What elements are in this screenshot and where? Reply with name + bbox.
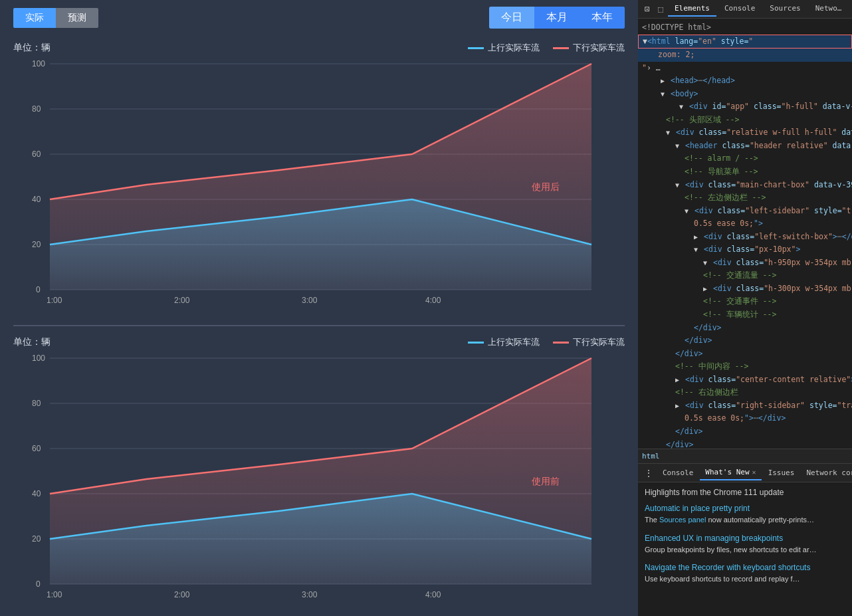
chart-bottom-header: 单位：辆 上行实际车流 下行实际车流 xyxy=(13,336,625,348)
top-bar: 实际 预测 今日 本月 本年 xyxy=(0,7,638,35)
close-div2[interactable]: </div> xyxy=(638,334,852,348)
svg-text:60: 60 xyxy=(32,444,41,453)
elements-content[interactable]: <!DOCTYPE html> ▼<html lang="en" style="… xyxy=(638,19,852,449)
feature-item-1: Automatic in place pretty print The Sour… xyxy=(645,504,845,526)
device-icon[interactable]: ⬚ xyxy=(655,3,667,15)
feature-title-3[interactable]: Navigate the Recorder with keyboard shor… xyxy=(645,563,845,572)
legend-red-top xyxy=(553,47,569,49)
feature-title-2[interactable]: Enhanced UX in managing breakpoints xyxy=(645,534,845,543)
div-relative[interactable]: ▼ <div class="relative w-full h-full" da… xyxy=(638,126,852,140)
tab-network-conditions[interactable]: Network cor… xyxy=(801,466,852,480)
chart-bottom-section: 单位：辆 上行实际车流 下行实际车流 xyxy=(0,330,638,616)
btn-predict[interactable]: 预测 xyxy=(56,8,98,28)
comment-left: <!-- 左边侧边栏 --> xyxy=(638,191,852,205)
btn-group-right: 今日 本月 本年 xyxy=(489,7,625,29)
svg-text:2:00: 2:00 xyxy=(174,296,190,303)
feature-desc-1-source: Sources panel xyxy=(659,516,706,524)
chart-top-header: 单位：辆 上行实际车流 下行实际车流 xyxy=(13,42,625,54)
comment-header: <!-- 头部区域 --> xyxy=(638,114,852,127)
close-whats-new[interactable]: ✕ xyxy=(752,468,756,476)
btn-today[interactable]: 今日 xyxy=(489,7,534,29)
chart-divider xyxy=(13,325,625,326)
svg-text:40: 40 xyxy=(32,195,41,204)
chart-bottom-legend: 上行实际车流 下行实际车流 xyxy=(468,336,625,348)
feature-item-2: Enhanced UX in managing breakpoints Grou… xyxy=(645,534,845,556)
svg-text:4:00: 4:00 xyxy=(425,590,441,597)
feature-desc-2: Group breakpoints by files, new shortcut… xyxy=(645,544,845,556)
tab-issues[interactable]: Issues xyxy=(763,466,800,480)
whats-new-content: Highlights from the Chrome 111 update Au… xyxy=(638,482,852,616)
chart-top-section: 单位：辆 上行实际车流 下行实际车流 xyxy=(0,35,638,322)
close-quote[interactable]: "› … xyxy=(638,62,852,75)
svg-text:20: 20 xyxy=(32,534,41,544)
doctype-line[interactable]: <!DOCTYPE html> xyxy=(638,21,852,35)
legend-blue-bottom xyxy=(468,342,484,344)
div-main-chart[interactable]: ▼ <div class="main-chart-box" data-v-393… xyxy=(638,179,852,192)
chart-bottom-svg-wrapper: 100 80 60 40 20 0 1:00 2:00 xyxy=(13,352,625,600)
chart-bottom-unit: 单位：辆 xyxy=(13,336,51,348)
div-left-switch[interactable]: ▶ <div class="left-switch-box">⋯</di… xyxy=(638,231,852,244)
chart-top-unit: 单位：辆 xyxy=(13,42,51,54)
div-center[interactable]: ▶ <div class="center-content relative">… xyxy=(638,373,852,387)
tab-bottom-console[interactable]: Console xyxy=(657,466,698,480)
div-app-line[interactable]: ▼ <div id="app" class="h-full" data-v-ap… xyxy=(638,100,852,114)
devtools-panel: ⊡ ⬚ Elements Console Sources Netwo… <!DO… xyxy=(638,0,852,616)
svg-text:80: 80 xyxy=(32,399,41,408)
elements-panel: <!DOCTYPE html> ▼<html lang="en" style="… xyxy=(638,19,852,463)
feature-desc-3: Use keyboard shortcuts to record and rep… xyxy=(645,573,845,585)
body-line[interactable]: ▼ <body> xyxy=(638,88,852,101)
svg-text:20: 20 xyxy=(32,240,41,249)
comment-alarm: <!-- alarm / --> xyxy=(638,152,852,165)
svg-text:使用前: 使用前 xyxy=(532,476,560,486)
close-div4[interactable]: </div> xyxy=(638,425,852,439)
svg-text:40: 40 xyxy=(32,489,41,498)
feature-desc-1: The Sources panel now automatically pret… xyxy=(645,514,845,526)
legend-down-top: 下行实际车流 xyxy=(553,42,625,54)
legend-up-top: 上行实际车流 xyxy=(468,42,540,54)
div-left-sidebar[interactable]: ▼ <div class="left-sidebar" style="tran… xyxy=(638,205,852,218)
tab-network[interactable]: Netwo… xyxy=(809,1,849,17)
close-div5[interactable]: </div> xyxy=(638,439,852,449)
close-div1[interactable]: </div> xyxy=(638,322,852,335)
zoom-line[interactable]: zoom: 2; xyxy=(638,49,852,62)
feature-title-1[interactable]: Automatic in place pretty print xyxy=(645,504,845,513)
svg-text:100: 100 xyxy=(32,354,45,363)
svg-text:使用后: 使用后 xyxy=(532,181,560,192)
header-line[interactable]: ▼ <header class="header relative" data-v… xyxy=(638,140,852,153)
svg-text:2:00: 2:00 xyxy=(174,590,190,597)
bottom-tabs: ⋮ Console What's New ✕ Issues Network co… xyxy=(638,464,852,482)
svg-text:4:00: 4:00 xyxy=(425,296,441,303)
svg-text:0: 0 xyxy=(36,285,41,294)
inspect-icon[interactable]: ⊡ xyxy=(641,3,653,15)
btn-year[interactable]: 本年 xyxy=(580,7,625,29)
div-px10[interactable]: ▼ <div class="px-10px"> xyxy=(638,243,852,257)
html-line-highlighted[interactable]: ▼<html lang="en" style=" xyxy=(638,35,852,49)
head-line[interactable]: ▶ <head>⋯</head> xyxy=(638,74,852,88)
btn-actual[interactable]: 实际 xyxy=(13,8,56,28)
svg-text:1:00: 1:00 xyxy=(47,590,62,597)
svg-text:60: 60 xyxy=(32,150,41,159)
svg-text:0: 0 xyxy=(36,579,41,589)
comment-center: <!-- 中间内容 --> xyxy=(638,360,852,373)
tab-whats-new[interactable]: What's New ✕ xyxy=(700,465,761,480)
legend-blue-top xyxy=(468,47,484,49)
ease-line2[interactable]: 0.5s ease 0s;">⋯</div> xyxy=(638,412,852,425)
div-h300[interactable]: ▶ <div class="h-300px w-354px mb-5… xyxy=(638,282,852,296)
tab-console[interactable]: Console xyxy=(718,1,762,17)
legend-up-bottom: 上行实际车流 xyxy=(468,336,540,348)
btn-group-left: 实际 预测 xyxy=(13,8,98,28)
div-h950[interactable]: ▼ <div class="h-950px w-354px mb-5p… xyxy=(638,257,852,270)
devtools-top-tabs: ⊡ ⬚ Elements Console Sources Netwo… xyxy=(638,0,852,19)
close-div3[interactable]: </div> xyxy=(638,348,852,361)
more-options-icon[interactable]: ⋮ xyxy=(641,468,656,478)
tab-elements[interactable]: Elements xyxy=(668,1,716,17)
legend-red-bottom xyxy=(553,342,569,344)
ease-line[interactable]: 0.5s ease 0s;"> xyxy=(638,217,852,231)
tab-sources[interactable]: Sources xyxy=(763,1,807,17)
chart-bottom-svg: 100 80 60 40 20 0 1:00 2:00 xyxy=(13,352,611,597)
breadcrumb: html xyxy=(642,452,660,461)
chart-panel: 实际 预测 今日 本月 本年 单位：辆 上行实际车流 下行实际车流 xyxy=(0,0,638,616)
btn-month[interactable]: 本月 xyxy=(534,7,580,29)
div-right-sidebar[interactable]: ▶ <div class="right-sidebar" style="tra… xyxy=(638,399,852,413)
feature-desc-1-text: now automatically pretty-prints… xyxy=(708,516,814,524)
